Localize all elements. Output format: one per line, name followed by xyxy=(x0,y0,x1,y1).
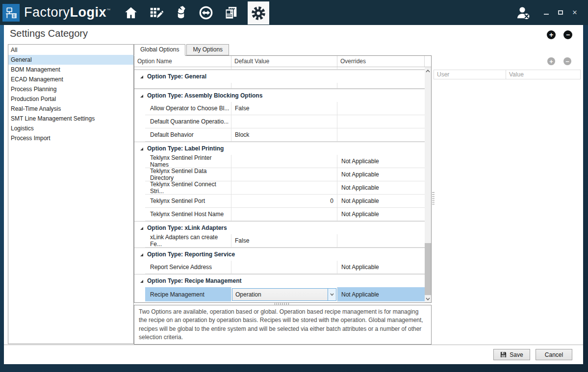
settings-window: Settings Category + − All General BOM Ma… xyxy=(4,25,583,364)
overrides-cell[interactable]: Not Applicable xyxy=(337,287,425,301)
table-row[interactable]: Default Quarantine Operatio... xyxy=(134,115,425,128)
tab-my-options[interactable]: My Options xyxy=(186,44,229,55)
column-header-default-value[interactable]: Default Value xyxy=(231,56,337,67)
option-description: Two Options are available, operation bas… xyxy=(134,305,432,345)
option-name-cell[interactable]: Teklynx Sentinel Host Name xyxy=(145,208,231,221)
table-row[interactable]: Teklynx Sentinel Printer Names Not Appli… xyxy=(134,155,425,168)
sidebar-item-general[interactable]: General xyxy=(8,55,133,65)
table-row[interactable]: Default Behavior Block xyxy=(134,128,425,142)
minimize-button[interactable] xyxy=(543,9,550,16)
group-header-xlink-adapters[interactable]: Option Type: xLink Adapters xyxy=(134,221,425,234)
option-name-cell[interactable]: Report Service Address xyxy=(145,261,231,274)
sidebar-item-process-planning[interactable]: Process Planning xyxy=(8,84,133,94)
close-button[interactable]: ✕ xyxy=(571,9,578,16)
overrides-cell[interactable] xyxy=(337,115,425,128)
default-value-cell[interactable] xyxy=(231,261,337,274)
overrides-splitter[interactable] xyxy=(432,192,435,205)
default-value-cell: Operation xyxy=(231,287,337,301)
option-name-cell[interactable]: xLink Adapters can create Fe... xyxy=(145,234,231,248)
table-row[interactable]: Teklynx Sentinel Connect Stri... Not App… xyxy=(134,181,425,195)
option-name-cell[interactable]: Default Behavior xyxy=(145,128,231,142)
table-row[interactable]: xLink Adapters can create Fe... False xyxy=(134,234,425,248)
overrides-cell[interactable] xyxy=(337,234,425,248)
sidebar-item-smt-line-management[interactable]: SMT Line Management Settings xyxy=(8,114,133,124)
save-button[interactable]: Save xyxy=(493,349,530,360)
cancel-button[interactable]: Cancel xyxy=(536,349,572,360)
collapse-triangle-icon[interactable] xyxy=(140,75,144,79)
default-value-cell[interactable] xyxy=(231,208,337,221)
option-name-cell[interactable]: Teklynx Sentinel Data Directory xyxy=(145,168,231,181)
sidebar-item-logistics[interactable]: Logistics xyxy=(8,124,133,133)
column-header-value[interactable]: Value xyxy=(506,70,581,79)
collapse-triangle-icon[interactable] xyxy=(140,279,144,283)
group-header-assembly-blocking[interactable]: Option Type: Assembly Blocking Options xyxy=(134,89,425,102)
collapse-triangle-icon[interactable] xyxy=(140,147,144,151)
user-logout-icon[interactable] xyxy=(515,4,532,21)
grid-scrollbar[interactable] xyxy=(425,67,431,302)
recipe-management-dropdown[interactable]: Operation xyxy=(232,288,336,301)
option-name-cell[interactable]: Recipe Management xyxy=(145,287,231,301)
sidebar-item-production-portal[interactable]: Production Portal xyxy=(8,94,133,104)
table-row[interactable]: Teklynx Sentinel Host Name Not Applicabl… xyxy=(134,208,425,221)
remove-category-button[interactable]: − xyxy=(563,30,572,39)
overrides-cell[interactable]: Not Applicable xyxy=(337,181,425,195)
process-planning-icon[interactable] xyxy=(148,4,164,21)
tab-global-options[interactable]: Global Options xyxy=(134,44,185,56)
table-row[interactable]: Allow Operator to Choose Bl... False xyxy=(134,102,425,115)
overrides-cell[interactable]: Not Applicable xyxy=(337,208,425,221)
overrides-cell[interactable]: Not Applicable xyxy=(337,195,425,208)
default-value-cell[interactable]: False xyxy=(231,234,337,248)
collapse-triangle-icon[interactable] xyxy=(140,94,144,98)
overrides-cell[interactable] xyxy=(337,102,425,115)
option-name-cell[interactable]: Allow Operator to Choose Bl... xyxy=(145,102,231,115)
sidebar-item-real-time-analysis[interactable]: Real-Time Analysis xyxy=(8,104,133,114)
table-row[interactable]: Teklynx Sentinel Port 0 Not Applicable xyxy=(134,195,425,208)
sidebar-item-all[interactable]: All xyxy=(8,45,133,55)
default-value-cell[interactable]: 0 xyxy=(231,195,337,208)
group-header-reporting-service[interactable]: Option Type: Reporting Service xyxy=(134,248,425,261)
sidebar-item-bom-management[interactable]: BOM Management xyxy=(8,65,133,74)
default-value-cell[interactable] xyxy=(231,155,337,168)
scroll-down-icon[interactable] xyxy=(425,295,431,302)
data-transfer-icon[interactable] xyxy=(198,4,214,21)
chevron-down-icon[interactable] xyxy=(328,289,336,300)
minimize-icon xyxy=(544,14,549,15)
sidebar-item-ecad-management[interactable]: ECAD Management xyxy=(8,74,133,84)
collapse-triangle-icon[interactable] xyxy=(140,253,144,257)
scrollbar-thumb[interactable] xyxy=(425,243,431,295)
sidebar-item-process-import[interactable]: Process Import xyxy=(8,133,133,143)
default-value-cell[interactable]: Block xyxy=(231,128,337,142)
materials-icon[interactable] xyxy=(173,4,189,21)
column-header-option-name[interactable]: Option Name xyxy=(134,56,231,67)
default-value-cell[interactable] xyxy=(231,168,337,181)
table-row[interactable]: Teklynx Sentinel Data Directory Not Appl… xyxy=(134,168,425,181)
overrides-cell[interactable]: Not Applicable xyxy=(337,155,425,168)
option-name-cell[interactable]: Teklynx Sentinel Port xyxy=(145,195,231,208)
maximize-button[interactable] xyxy=(557,9,564,16)
column-header-overrides[interactable]: Overrides xyxy=(337,56,425,67)
documents-icon[interactable] xyxy=(223,4,239,21)
column-header-user[interactable]: User xyxy=(434,70,506,79)
option-name-cell[interactable]: Teklynx Sentinel Printer Names xyxy=(145,155,231,168)
group-header-recipe-management[interactable]: Option Type: Recipe Management xyxy=(134,274,425,287)
option-name-cell[interactable]: Default Quarantine Operatio... xyxy=(145,115,231,128)
collapse-triangle-icon[interactable] xyxy=(140,226,144,230)
overrides-cell[interactable]: Not Applicable xyxy=(337,261,425,274)
overrides-cell[interactable] xyxy=(337,128,425,142)
table-row-selected[interactable]: Recipe Management Operation Not Applicab… xyxy=(134,287,425,301)
option-name-cell[interactable]: Teklynx Sentinel Connect Stri... xyxy=(145,181,231,195)
default-value-cell[interactable] xyxy=(231,181,337,195)
table-row[interactable]: Report Service Address Not Applicable xyxy=(134,261,425,274)
overrides-table-header: User Value xyxy=(434,70,581,79)
scroll-up-icon[interactable] xyxy=(425,67,431,74)
default-value-cell[interactable]: False xyxy=(231,102,337,115)
home-icon[interactable] xyxy=(123,4,139,21)
overrides-cell[interactable]: Not Applicable xyxy=(337,168,425,181)
default-value-cell[interactable] xyxy=(231,115,337,128)
group-header-general[interactable]: Option Type: General xyxy=(134,70,425,83)
group-header-label-printing[interactable]: Option Type: Label Printing xyxy=(134,142,425,155)
add-category-button[interactable]: + xyxy=(547,30,556,39)
settings-tab-active[interactable] xyxy=(248,1,269,25)
remove-override-button[interactable]: − xyxy=(563,57,571,65)
add-override-button[interactable]: + xyxy=(547,57,555,65)
